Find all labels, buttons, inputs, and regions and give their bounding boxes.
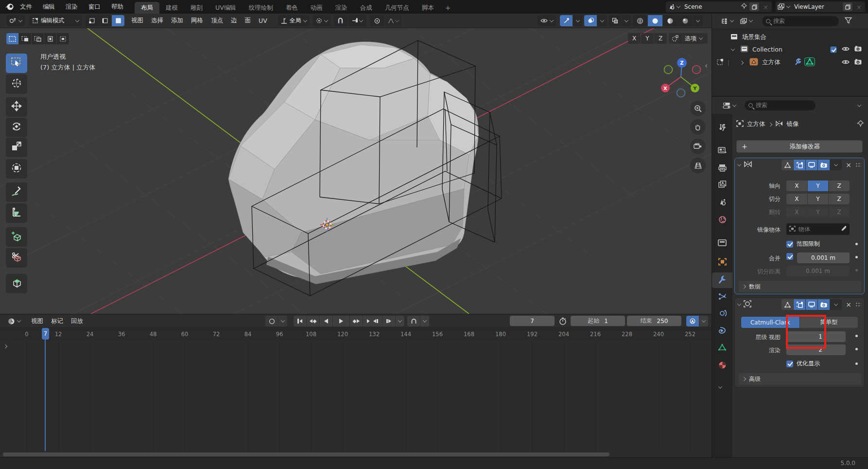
current-frame-indicator[interactable]: 7 (42, 328, 49, 340)
viewport-menu-6[interactable]: 面 (241, 14, 255, 28)
workspace-tab-5[interactable]: 着色 (279, 2, 304, 14)
next-frame-button[interactable] (382, 316, 395, 326)
properties-tabs-overflow-chevron[interactable] (719, 381, 722, 391)
modifier-extras-dropdown[interactable] (830, 299, 842, 310)
keying-set-button[interactable] (407, 316, 420, 326)
tool-mirror-x-toggle[interactable]: X (628, 33, 641, 44)
tool-rotate-button[interactable] (6, 118, 27, 137)
properties-tab-material[interactable] (712, 358, 732, 374)
expand-icon[interactable] (737, 302, 741, 306)
display-on-cage-toggle[interactable] (781, 160, 793, 170)
xray-toggle[interactable] (608, 15, 621, 26)
new-view-layer-button[interactable] (843, 2, 852, 11)
unlink-scene-button[interactable]: × (762, 3, 770, 11)
bisect-distance-field[interactable]: 0.001 m (786, 266, 850, 276)
select-intersect-button[interactable] (57, 33, 69, 44)
properties-tab-output[interactable] (712, 161, 732, 177)
tool-rip-region-button[interactable] (6, 248, 27, 268)
collection-checkbox[interactable] (831, 46, 837, 53)
new-scene-button[interactable] (749, 2, 759, 11)
shading-material-button[interactable] (663, 15, 677, 26)
jump-to-start-button[interactable] (294, 316, 306, 326)
outliner-filter-button[interactable] (845, 17, 852, 26)
car-mesh[interactable] (228, 42, 479, 284)
catmull-clark-button[interactable]: Catmull-Clark (741, 317, 799, 328)
expand-icon[interactable] (731, 47, 735, 51)
blender-logo-icon[interactable] (5, 2, 14, 13)
delete-modifier-button[interactable]: × (845, 161, 852, 169)
delete-modifier-button[interactable]: × (845, 301, 852, 308)
tool-cursor-button[interactable] (6, 74, 27, 94)
merge-threshold-field[interactable]: 0.001 m (797, 253, 850, 263)
drag-handle[interactable] (855, 302, 861, 307)
properties-tab-constraints[interactable] (712, 324, 732, 339)
viewport-menu-0[interactable]: 视图 (127, 14, 147, 28)
menu-3[interactable]: 窗口 (83, 0, 106, 14)
viewport-menu-1[interactable]: 选择 (147, 14, 167, 28)
disable-render-camera-icon[interactable] (854, 46, 862, 53)
overlays-dropdown[interactable] (597, 15, 607, 26)
workspace-tab-4[interactable]: 纹理绘制 (243, 2, 279, 14)
editor-type-button[interactable] (6, 15, 25, 26)
proportional-falloff-dropdown[interactable] (385, 15, 401, 26)
subdivision-panel-header[interactable]: × (735, 298, 864, 311)
properties-tab-world[interactable] (712, 213, 732, 228)
mirror-flip-y-button[interactable]: Y (808, 207, 829, 217)
gizmo-y-neg-axis[interactable] (664, 66, 673, 74)
shading-rendered-button[interactable] (678, 15, 693, 26)
subdivision-advanced-subpanel[interactable]: 高级 (739, 373, 861, 385)
tool-measure-button[interactable] (6, 203, 27, 223)
hide-eye-icon[interactable] (842, 59, 850, 66)
timeline-tracks[interactable] (0, 341, 712, 451)
pan-button[interactable] (690, 119, 706, 135)
select-extend-button[interactable] (19, 33, 31, 44)
display-render-toggle[interactable] (818, 299, 830, 310)
animate-dot[interactable] (855, 362, 858, 365)
timeline-menu-0[interactable]: 视图 (27, 314, 47, 328)
tool-transform-button[interactable] (6, 159, 27, 179)
tool-mirror-z-toggle[interactable]: Z (654, 33, 667, 44)
select-mode-face-button[interactable] (112, 15, 124, 26)
auto-keying-toggle[interactable] (265, 316, 278, 326)
proportional-edit-toggle[interactable] (370, 15, 384, 26)
view-layer-selector[interactable]: ViewLayer × (776, 1, 865, 12)
tool-scale-button[interactable] (6, 138, 27, 157)
properties-tab-render[interactable] (712, 143, 732, 159)
pin-icon[interactable] (741, 3, 747, 11)
properties-search-input[interactable]: 搜索 (745, 100, 816, 110)
select-mode-edge-button[interactable] (99, 15, 111, 26)
properties-tab-tool[interactable] (712, 121, 732, 136)
auto-keying-dropdown[interactable] (278, 316, 287, 326)
pivot-point-selector[interactable] (313, 15, 330, 26)
workspace-tab-8[interactable]: 合成 (354, 2, 379, 14)
frame-start-field[interactable]: 起始 1 (571, 316, 625, 326)
navigation-gizmo[interactable]: Z X Y (661, 58, 701, 97)
mode-selector[interactable]: 编辑模式 (29, 15, 82, 26)
shading-dropdown[interactable] (693, 15, 703, 26)
zoom-button[interactable] (690, 101, 706, 116)
expand-icon[interactable] (737, 162, 741, 166)
xray-dropdown[interactable] (622, 15, 631, 26)
ortho-toggle-button[interactable] (690, 158, 706, 173)
camera-view-button[interactable] (690, 139, 706, 154)
frame-end-field[interactable]: 结束 250 (627, 316, 681, 326)
display-on-cage-toggle[interactable] (781, 299, 793, 310)
stopwatch-icon[interactable] (559, 317, 567, 327)
properties-tab-collection[interactable] (712, 235, 732, 251)
outliner-filter-image-dropdown[interactable] (737, 16, 755, 27)
shading-solid-button[interactable] (648, 15, 662, 26)
workspace-tab-1[interactable]: 建模 (159, 2, 184, 14)
cube-object-row[interactable]: | 立方体 (712, 56, 868, 69)
menu-4[interactable]: 帮助 (106, 0, 129, 14)
timeline-menu-2[interactable]: 回放 (67, 314, 87, 328)
display-in-editmode-toggle[interactable] (794, 299, 805, 310)
timeline-menu-1[interactable]: 标记 (47, 314, 67, 328)
properties-tab-physics[interactable] (712, 307, 732, 322)
workspace-tab-7[interactable]: 渲染 (329, 2, 354, 14)
breadcrumb-object-name[interactable]: 立方体 (747, 120, 765, 128)
playback-sync-button[interactable] (686, 316, 699, 326)
eyedropper-icon[interactable] (840, 225, 847, 233)
workspace-tab-6[interactable]: 动画 (304, 2, 329, 14)
mirror-axis-x-button[interactable]: X (786, 180, 807, 191)
modifier-extras-dropdown[interactable] (830, 160, 842, 170)
